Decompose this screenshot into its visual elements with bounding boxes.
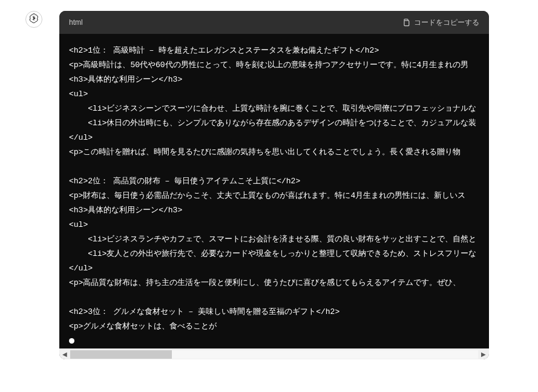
- scroll-left-arrow-icon[interactable]: ◀: [59, 349, 70, 360]
- scroll-right-arrow-icon[interactable]: ▶: [478, 349, 489, 360]
- code-body: <h2>1位： 高級時計 – 時を超えたエレガンスとステータスを兼ね備えたギフト…: [59, 34, 489, 348]
- openai-logo-icon: [28, 13, 39, 26]
- code-block-header: html コードをコピーする: [59, 11, 489, 34]
- scrollbar-thumb[interactable]: [70, 350, 172, 359]
- scrollbar-track[interactable]: [70, 350, 478, 359]
- horizontal-scrollbar[interactable]: ◀ ▶: [59, 348, 489, 359]
- clipboard-icon: [402, 18, 410, 27]
- typing-cursor-icon: [69, 338, 74, 344]
- svg-rect-0: [404, 21, 409, 26]
- code-content[interactable]: <h2>1位： 高級時計 – 時を超えたエレガンスとステータスを兼ね備えたギフト…: [59, 44, 489, 334]
- code-block: html コードをコピーする <h2>1位： 高級時計 – 時を超えたエレガンス…: [59, 11, 489, 359]
- copy-code-label: コードをコピーする: [414, 18, 479, 28]
- copy-code-button[interactable]: コードをコピーする: [402, 18, 479, 28]
- code-language-label: html: [69, 18, 83, 27]
- assistant-avatar: [25, 11, 42, 28]
